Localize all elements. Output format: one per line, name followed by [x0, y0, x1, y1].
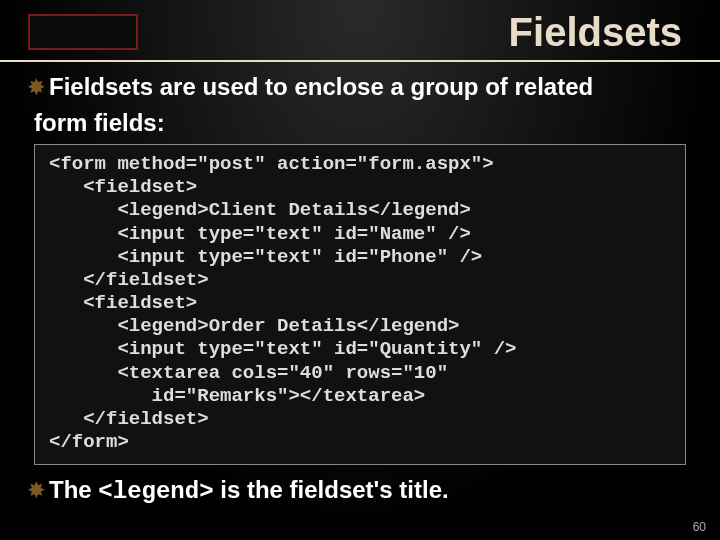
- page-number: 60: [693, 520, 706, 534]
- title-row: Fieldsets: [0, 0, 720, 62]
- bullet-icon: ✸: [28, 75, 45, 100]
- bullet-2-text-a: The: [49, 476, 98, 503]
- code-block: <form method="post" action="form.aspx"> …: [34, 144, 686, 465]
- bullet-1-cont: form fields:: [34, 108, 692, 138]
- logo-box: [28, 14, 138, 50]
- bullet-2-text-c: is the fieldset's title.: [214, 476, 449, 503]
- bullet-2: ✸The <legend> is the fieldset's title.: [28, 475, 692, 507]
- bullet-icon: ✸: [28, 478, 45, 503]
- bullet-1: ✸Fieldsets are used to enclose a group o…: [28, 72, 692, 102]
- bullet-1-text-a: Fieldsets are used to enclose a group of…: [49, 73, 593, 100]
- slide-content: ✸Fieldsets are used to enclose a group o…: [0, 62, 720, 507]
- bullet-1-text-b: form fields:: [34, 109, 165, 136]
- slide-title: Fieldsets: [138, 12, 686, 52]
- bullet-2-code: <legend>: [98, 478, 213, 505]
